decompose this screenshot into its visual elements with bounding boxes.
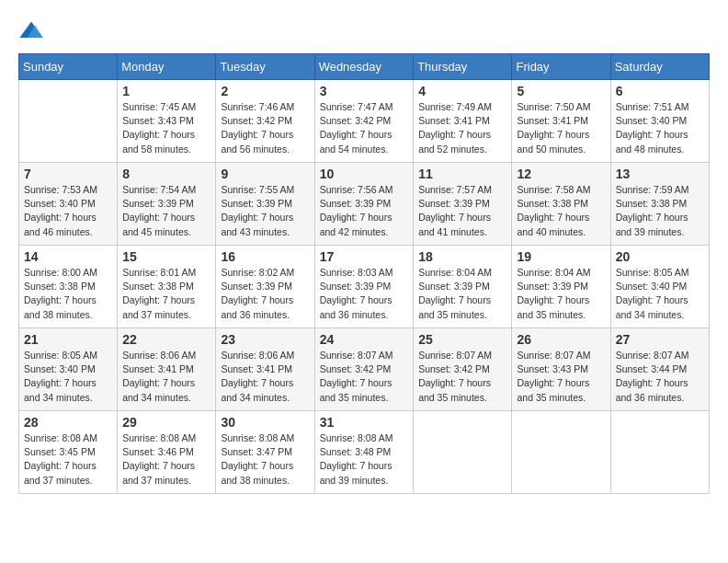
day-number: 7 [24, 167, 112, 181]
calendar-cell-1: 1Sunrise: 7:45 AMSunset: 3:43 PMDaylight… [118, 80, 216, 163]
day-info: Sunrise: 8:08 AMSunset: 3:46 PMDaylight:… [122, 431, 210, 488]
calendar-cell-15: 15Sunrise: 8:01 AMSunset: 3:38 PMDayligh… [118, 246, 216, 328]
day-number: 2 [221, 84, 309, 98]
calendar-cell-6: 6Sunrise: 7:51 AMSunset: 3:40 PMDaylight… [610, 80, 709, 163]
page-header [18, 18, 710, 44]
calendar-cell-29: 29Sunrise: 8:08 AMSunset: 3:46 PMDayligh… [118, 411, 216, 494]
day-info: Sunrise: 8:06 AMSunset: 3:41 PMDaylight:… [122, 349, 210, 405]
calendar-cell-empty [414, 411, 512, 494]
calendar-cell-20: 20Sunrise: 8:05 AMSunset: 3:40 PMDayligh… [610, 246, 709, 328]
day-number: 22 [122, 332, 210, 347]
day-info: Sunrise: 8:07 AMSunset: 3:42 PMDaylight:… [418, 349, 506, 405]
calendar-cell-21: 21Sunrise: 8:05 AMSunset: 3:40 PMDayligh… [19, 328, 118, 411]
day-info: Sunrise: 7:59 AMSunset: 3:38 PMDaylight:… [616, 183, 704, 239]
day-info: Sunrise: 8:02 AMSunset: 3:39 PMDaylight:… [221, 266, 309, 322]
logo [18, 18, 48, 44]
calendar-cell-26: 26Sunrise: 8:07 AMSunset: 3:43 PMDayligh… [512, 328, 610, 411]
calendar-header-wednesday: Wednesday [314, 54, 414, 80]
week-row-4: 28Sunrise: 8:08 AMSunset: 3:45 PMDayligh… [19, 411, 710, 494]
day-number: 17 [320, 249, 409, 264]
day-number: 27 [616, 332, 704, 347]
day-info: Sunrise: 8:03 AMSunset: 3:39 PMDaylight:… [320, 266, 409, 322]
calendar-cell-7: 7Sunrise: 7:53 AMSunset: 3:40 PMDaylight… [19, 163, 118, 246]
calendar-cell-11: 11Sunrise: 7:57 AMSunset: 3:39 PMDayligh… [414, 163, 512, 246]
calendar-cell-19: 19Sunrise: 8:04 AMSunset: 3:39 PMDayligh… [512, 246, 610, 328]
day-info: Sunrise: 7:47 AMSunset: 3:42 PMDaylight:… [320, 100, 409, 156]
calendar-header-tuesday: Tuesday [216, 54, 314, 80]
week-row-0: 1Sunrise: 7:45 AMSunset: 3:43 PMDaylight… [19, 80, 710, 163]
day-number: 15 [122, 249, 210, 264]
day-info: Sunrise: 8:07 AMSunset: 3:43 PMDaylight:… [517, 349, 605, 405]
day-info: Sunrise: 7:49 AMSunset: 3:41 PMDaylight:… [418, 100, 506, 156]
day-number: 9 [221, 167, 309, 181]
day-info: Sunrise: 8:04 AMSunset: 3:39 PMDaylight:… [517, 266, 605, 322]
calendar-cell-empty [512, 411, 610, 494]
week-row-3: 21Sunrise: 8:05 AMSunset: 3:40 PMDayligh… [19, 328, 710, 411]
calendar-cell-empty [19, 80, 118, 163]
calendar-cell-13: 13Sunrise: 7:59 AMSunset: 3:38 PMDayligh… [610, 163, 709, 246]
day-number: 4 [418, 84, 506, 98]
calendar-cell-24: 24Sunrise: 8:07 AMSunset: 3:42 PMDayligh… [314, 328, 414, 411]
day-number: 13 [616, 167, 704, 181]
day-number: 26 [517, 332, 605, 347]
calendar-cell-14: 14Sunrise: 8:00 AMSunset: 3:38 PMDayligh… [19, 246, 118, 328]
day-info: Sunrise: 7:51 AMSunset: 3:40 PMDaylight:… [616, 100, 704, 156]
day-number: 1 [122, 84, 210, 98]
day-number: 8 [122, 167, 210, 181]
day-info: Sunrise: 8:07 AMSunset: 3:44 PMDaylight:… [616, 349, 704, 405]
day-info: Sunrise: 8:07 AMSunset: 3:42 PMDaylight:… [320, 349, 409, 405]
day-number: 12 [517, 167, 605, 181]
day-number: 24 [320, 332, 409, 347]
week-row-1: 7Sunrise: 7:53 AMSunset: 3:40 PMDaylight… [19, 163, 710, 246]
day-number: 30 [221, 415, 309, 430]
calendar-cell-12: 12Sunrise: 7:58 AMSunset: 3:38 PMDayligh… [512, 163, 610, 246]
calendar-cell-31: 31Sunrise: 8:08 AMSunset: 3:48 PMDayligh… [314, 411, 414, 494]
day-number: 29 [122, 415, 210, 430]
calendar-cell-5: 5Sunrise: 7:50 AMSunset: 3:41 PMDaylight… [512, 80, 610, 163]
day-number: 10 [320, 167, 409, 181]
day-info: Sunrise: 7:56 AMSunset: 3:39 PMDaylight:… [320, 183, 409, 239]
calendar-header-saturday: Saturday [610, 54, 709, 80]
day-info: Sunrise: 7:45 AMSunset: 3:43 PMDaylight:… [122, 100, 210, 156]
day-number: 5 [517, 84, 605, 98]
day-info: Sunrise: 8:06 AMSunset: 3:41 PMDaylight:… [221, 349, 309, 405]
calendar-cell-10: 10Sunrise: 7:56 AMSunset: 3:39 PMDayligh… [314, 163, 414, 246]
calendar-cell-27: 27Sunrise: 8:07 AMSunset: 3:44 PMDayligh… [610, 328, 709, 411]
day-number: 18 [418, 249, 506, 264]
day-number: 11 [418, 167, 506, 181]
week-row-2: 14Sunrise: 8:00 AMSunset: 3:38 PMDayligh… [19, 246, 710, 328]
day-number: 20 [616, 249, 704, 264]
calendar-cell-8: 8Sunrise: 7:54 AMSunset: 3:39 PMDaylight… [118, 163, 216, 246]
day-number: 28 [24, 415, 112, 430]
day-info: Sunrise: 7:53 AMSunset: 3:40 PMDaylight:… [24, 183, 112, 239]
day-number: 3 [320, 84, 409, 98]
calendar-cell-25: 25Sunrise: 8:07 AMSunset: 3:42 PMDayligh… [414, 328, 512, 411]
calendar-header-sunday: Sunday [19, 54, 118, 80]
calendar-header-row: SundayMondayTuesdayWednesdayThursdayFrid… [19, 54, 710, 80]
day-info: Sunrise: 7:57 AMSunset: 3:39 PMDaylight:… [418, 183, 506, 239]
day-info: Sunrise: 8:05 AMSunset: 3:40 PMDaylight:… [616, 266, 704, 322]
day-info: Sunrise: 8:00 AMSunset: 3:38 PMDaylight:… [24, 266, 112, 322]
calendar-cell-empty [610, 411, 709, 494]
day-info: Sunrise: 8:05 AMSunset: 3:40 PMDaylight:… [24, 349, 112, 405]
day-info: Sunrise: 8:04 AMSunset: 3:39 PMDaylight:… [418, 266, 506, 322]
day-number: 6 [616, 84, 704, 98]
day-info: Sunrise: 8:08 AMSunset: 3:45 PMDaylight:… [24, 431, 112, 488]
logo-icon [18, 18, 44, 44]
calendar-header-friday: Friday [512, 54, 610, 80]
day-info: Sunrise: 7:55 AMSunset: 3:39 PMDaylight:… [221, 183, 309, 239]
calendar-cell-23: 23Sunrise: 8:06 AMSunset: 3:41 PMDayligh… [216, 328, 314, 411]
calendar-cell-9: 9Sunrise: 7:55 AMSunset: 3:39 PMDaylight… [216, 163, 314, 246]
day-info: Sunrise: 7:54 AMSunset: 3:39 PMDaylight:… [122, 183, 210, 239]
calendar-cell-22: 22Sunrise: 8:06 AMSunset: 3:41 PMDayligh… [118, 328, 216, 411]
day-number: 19 [517, 249, 605, 264]
day-number: 31 [320, 415, 409, 430]
calendar-cell-18: 18Sunrise: 8:04 AMSunset: 3:39 PMDayligh… [414, 246, 512, 328]
day-number: 14 [24, 249, 112, 264]
day-number: 23 [221, 332, 309, 347]
calendar-cell-3: 3Sunrise: 7:47 AMSunset: 3:42 PMDaylight… [314, 80, 414, 163]
calendar-cell-4: 4Sunrise: 7:49 AMSunset: 3:41 PMDaylight… [414, 80, 512, 163]
day-number: 16 [221, 249, 309, 264]
day-number: 21 [24, 332, 112, 347]
day-info: Sunrise: 7:58 AMSunset: 3:38 PMDaylight:… [517, 183, 605, 239]
